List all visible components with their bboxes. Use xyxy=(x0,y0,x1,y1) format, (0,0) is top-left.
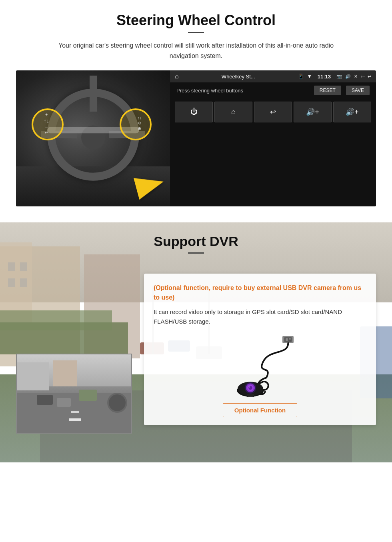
steering-photo-bg: +↑↓–↩ ↑↓⊙⊕ xyxy=(16,70,170,206)
divider-2 xyxy=(188,252,204,254)
dvr-thumb-bg xyxy=(17,354,131,433)
steering-section: Steering Wheel Control Your original car… xyxy=(0,0,392,222)
back-control-btn[interactable]: ↩ xyxy=(254,102,292,122)
screen-ui: ⌂ Wheelkey St... 📱 ▼ 11:13 📷 🔊 ✕ ⇦ ↩ Pre… xyxy=(170,70,376,206)
steering-composite-image: +↑↓–↩ ↑↓⊙⊕ ⌂ Wheelkey St... 📱 ▼ 11:13 📷 … xyxy=(16,70,376,206)
topbar-x-icon: ✕ xyxy=(354,74,358,79)
topbar-back-icon: ⇦ xyxy=(361,74,364,79)
screen-instruction-row: Press steering wheel buttons RESET SAVE xyxy=(170,82,376,98)
svg-rect-12 xyxy=(248,396,253,397)
dvr-optional-note: (Optional function, require to buy exter… xyxy=(154,283,366,302)
dvr-camera-graphic xyxy=(154,333,366,397)
steering-title: Steering Wheel Control xyxy=(16,12,376,29)
topbar-app-title: Wheelkey St... xyxy=(182,74,295,80)
steering-wheel-photo: +↑↓–↩ ↑↓⊙⊕ xyxy=(16,70,170,206)
power-control-btn[interactable]: ⏻ xyxy=(175,102,213,122)
dvr-title: Support DVR xyxy=(0,222,392,249)
screen-topbar: ⌂ Wheelkey St... 📱 ▼ 11:13 📷 🔊 ✕ ⇦ ↩ xyxy=(170,70,376,82)
optional-function-container: Optional Function xyxy=(154,403,366,417)
dvr-thumbnail-video xyxy=(16,354,132,434)
save-button[interactable]: SAVE xyxy=(346,86,370,95)
divider-1 xyxy=(188,32,204,33)
dvr-section: Support DVR xyxy=(0,222,392,462)
vol-up-1-btn[interactable]: 🔊+ xyxy=(294,102,332,122)
dvr-info-card: (Optional function, require to buy exter… xyxy=(144,274,376,425)
topbar-undo-icon: ↩ xyxy=(368,74,371,79)
topbar-cam-icon: 📷 xyxy=(336,74,342,79)
instruction-text: Press steering wheel buttons xyxy=(176,88,243,94)
screen-empty-area xyxy=(170,126,376,206)
optional-function-badge: Optional Function xyxy=(223,403,297,417)
dvr-content-area: (Optional function, require to buy exter… xyxy=(0,262,392,450)
topbar-time: 11:13 xyxy=(318,74,331,80)
dvr-camera-svg xyxy=(154,333,366,397)
home-icon: ⌂ xyxy=(175,73,179,80)
steering-description: Your original car's steering wheel contr… xyxy=(44,40,348,61)
screen-control-buttons: ⏻ ⌂ ↩ 🔊+ 🔊+ xyxy=(170,98,376,126)
dvr-description: It can record video only to storage in G… xyxy=(154,307,366,326)
topbar-usb-icon: 📱 xyxy=(298,74,304,79)
svg-point-10 xyxy=(249,386,250,388)
topbar-wifi-icon: ▼ xyxy=(307,74,312,79)
svg-rect-1 xyxy=(284,337,292,342)
topbar-vol-icon: 🔊 xyxy=(345,74,351,79)
dvr-left-column xyxy=(16,262,136,434)
svg-rect-3 xyxy=(289,338,291,340)
home-control-btn[interactable]: ⌂ xyxy=(214,102,252,122)
reset-button[interactable]: RESET xyxy=(314,86,341,95)
vol-up-2-btn[interactable]: 🔊+ xyxy=(333,102,371,122)
svg-rect-2 xyxy=(286,338,288,341)
